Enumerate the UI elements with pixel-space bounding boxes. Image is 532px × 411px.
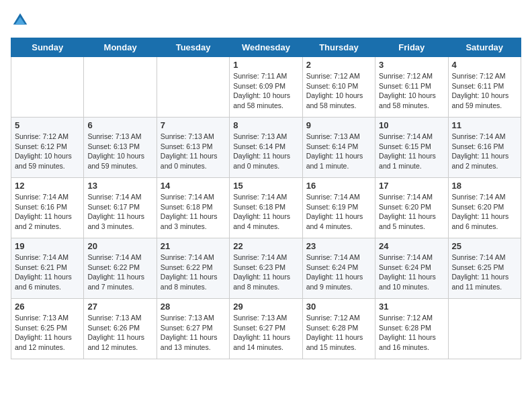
day-info: Sunrise: 7:14 AM Sunset: 6:20 PM Dayligh… xyxy=(452,192,517,232)
day-cell: 5Sunrise: 7:12 AM Sunset: 6:12 PM Daylig… xyxy=(11,118,84,178)
day-info: Sunrise: 7:14 AM Sunset: 6:21 PM Dayligh… xyxy=(15,253,80,292)
day-number: 4 xyxy=(452,60,517,70)
week-row-2: 12Sunrise: 7:14 AM Sunset: 6:16 PM Dayli… xyxy=(11,178,521,238)
day-info: Sunrise: 7:13 AM Sunset: 6:26 PM Dayligh… xyxy=(87,313,152,353)
day-cell: 23Sunrise: 7:14 AM Sunset: 6:24 PM Dayli… xyxy=(302,238,375,299)
day-info: Sunrise: 7:13 AM Sunset: 6:13 PM Dayligh… xyxy=(87,132,152,171)
day-cell: 19Sunrise: 7:14 AM Sunset: 6:21 PM Dayli… xyxy=(11,238,84,299)
day-number: 17 xyxy=(379,181,444,191)
page-header xyxy=(11,11,521,30)
day-cell: 1Sunrise: 7:11 AM Sunset: 6:09 PM Daylig… xyxy=(230,57,302,118)
day-info: Sunrise: 7:14 AM Sunset: 6:25 PM Dayligh… xyxy=(452,253,517,292)
week-row-1: 5Sunrise: 7:12 AM Sunset: 6:12 PM Daylig… xyxy=(11,118,521,178)
day-info: Sunrise: 7:13 AM Sunset: 6:27 PM Dayligh… xyxy=(233,313,298,353)
day-number: 19 xyxy=(15,241,80,251)
day-cell: 27Sunrise: 7:13 AM Sunset: 6:26 PM Dayli… xyxy=(84,299,157,359)
day-info: Sunrise: 7:12 AM Sunset: 6:28 PM Dayligh… xyxy=(306,313,371,353)
day-cell: 3Sunrise: 7:12 AM Sunset: 6:11 PM Daylig… xyxy=(375,57,448,118)
day-info: Sunrise: 7:12 AM Sunset: 6:28 PM Dayligh… xyxy=(379,313,444,353)
day-number: 20 xyxy=(87,241,152,251)
weekday-header-sunday: Sunday xyxy=(11,38,84,57)
day-number: 3 xyxy=(379,60,444,70)
day-cell: 22Sunrise: 7:14 AM Sunset: 6:23 PM Dayli… xyxy=(230,238,302,299)
day-cell: 13Sunrise: 7:14 AM Sunset: 6:17 PM Dayli… xyxy=(84,178,157,238)
day-cell: 8Sunrise: 7:13 AM Sunset: 6:14 PM Daylig… xyxy=(230,118,302,178)
day-info: Sunrise: 7:12 AM Sunset: 6:11 PM Dayligh… xyxy=(452,71,517,111)
day-info: Sunrise: 7:14 AM Sunset: 6:22 PM Dayligh… xyxy=(161,253,226,292)
day-cell: 10Sunrise: 7:14 AM Sunset: 6:15 PM Dayli… xyxy=(375,118,448,178)
day-info: Sunrise: 7:12 AM Sunset: 6:10 PM Dayligh… xyxy=(306,71,371,111)
day-number: 15 xyxy=(233,181,298,191)
day-info: Sunrise: 7:14 AM Sunset: 6:19 PM Dayligh… xyxy=(306,192,371,232)
day-info: Sunrise: 7:14 AM Sunset: 6:18 PM Dayligh… xyxy=(161,192,226,232)
weekday-header-monday: Monday xyxy=(84,38,157,57)
week-row-3: 19Sunrise: 7:14 AM Sunset: 6:21 PM Dayli… xyxy=(11,238,521,299)
day-info: Sunrise: 7:14 AM Sunset: 6:18 PM Dayligh… xyxy=(233,192,298,232)
day-number: 31 xyxy=(379,302,444,312)
day-cell xyxy=(11,57,84,118)
day-number: 30 xyxy=(306,302,371,312)
day-info: Sunrise: 7:14 AM Sunset: 6:24 PM Dayligh… xyxy=(379,253,444,292)
day-info: Sunrise: 7:13 AM Sunset: 6:13 PM Dayligh… xyxy=(161,132,226,171)
day-number: 11 xyxy=(452,120,517,130)
day-cell: 16Sunrise: 7:14 AM Sunset: 6:19 PM Dayli… xyxy=(302,178,375,238)
day-cell: 2Sunrise: 7:12 AM Sunset: 6:10 PM Daylig… xyxy=(302,57,375,118)
day-cell: 7Sunrise: 7:13 AM Sunset: 6:13 PM Daylig… xyxy=(157,118,229,178)
day-cell: 24Sunrise: 7:14 AM Sunset: 6:24 PM Dayli… xyxy=(375,238,448,299)
day-number: 26 xyxy=(15,302,80,312)
day-info: Sunrise: 7:13 AM Sunset: 6:27 PM Dayligh… xyxy=(161,313,226,353)
day-cell: 6Sunrise: 7:13 AM Sunset: 6:13 PM Daylig… xyxy=(84,118,157,178)
weekday-header-thursday: Thursday xyxy=(302,38,375,57)
day-cell: 21Sunrise: 7:14 AM Sunset: 6:22 PM Dayli… xyxy=(157,238,229,299)
day-cell: 25Sunrise: 7:14 AM Sunset: 6:25 PM Dayli… xyxy=(448,238,521,299)
weekday-header-wednesday: Wednesday xyxy=(230,38,302,57)
day-cell: 26Sunrise: 7:13 AM Sunset: 6:25 PM Dayli… xyxy=(11,299,84,359)
day-cell: 20Sunrise: 7:14 AM Sunset: 6:22 PM Dayli… xyxy=(84,238,157,299)
day-cell: 29Sunrise: 7:13 AM Sunset: 6:27 PM Dayli… xyxy=(230,299,302,359)
day-info: Sunrise: 7:14 AM Sunset: 6:23 PM Dayligh… xyxy=(233,253,298,292)
day-info: Sunrise: 7:14 AM Sunset: 6:15 PM Dayligh… xyxy=(379,132,444,171)
day-cell: 15Sunrise: 7:14 AM Sunset: 6:18 PM Dayli… xyxy=(230,178,302,238)
calendar-table: SundayMondayTuesdayWednesdayThursdayFrid… xyxy=(11,38,521,359)
day-number: 27 xyxy=(87,302,152,312)
day-cell: 17Sunrise: 7:14 AM Sunset: 6:20 PM Dayli… xyxy=(375,178,448,238)
day-cell: 28Sunrise: 7:13 AM Sunset: 6:27 PM Dayli… xyxy=(157,299,229,359)
day-info: Sunrise: 7:14 AM Sunset: 6:24 PM Dayligh… xyxy=(306,253,371,292)
day-number: 7 xyxy=(161,120,226,130)
day-number: 10 xyxy=(379,120,444,130)
weekday-header-row: SundayMondayTuesdayWednesdayThursdayFrid… xyxy=(11,38,521,57)
week-row-0: 1Sunrise: 7:11 AM Sunset: 6:09 PM Daylig… xyxy=(11,57,521,118)
day-number: 6 xyxy=(87,120,152,130)
day-number: 1 xyxy=(233,60,298,70)
logo xyxy=(11,11,32,30)
day-cell xyxy=(84,57,157,118)
week-row-4: 26Sunrise: 7:13 AM Sunset: 6:25 PM Dayli… xyxy=(11,299,521,359)
day-number: 5 xyxy=(15,120,80,130)
day-number: 13 xyxy=(87,181,152,191)
day-cell: 9Sunrise: 7:13 AM Sunset: 6:14 PM Daylig… xyxy=(302,118,375,178)
day-info: Sunrise: 7:13 AM Sunset: 6:14 PM Dayligh… xyxy=(306,132,371,171)
day-info: Sunrise: 7:11 AM Sunset: 6:09 PM Dayligh… xyxy=(233,71,298,111)
weekday-header-tuesday: Tuesday xyxy=(157,38,229,57)
day-number: 8 xyxy=(233,120,298,130)
day-number: 18 xyxy=(452,181,517,191)
day-cell: 18Sunrise: 7:14 AM Sunset: 6:20 PM Dayli… xyxy=(448,178,521,238)
day-number: 29 xyxy=(233,302,298,312)
day-cell: 14Sunrise: 7:14 AM Sunset: 6:18 PM Dayli… xyxy=(157,178,229,238)
day-info: Sunrise: 7:14 AM Sunset: 6:16 PM Dayligh… xyxy=(452,132,517,171)
logo-icon xyxy=(11,11,30,30)
day-number: 9 xyxy=(306,120,371,130)
day-number: 24 xyxy=(379,241,444,251)
day-cell: 12Sunrise: 7:14 AM Sunset: 6:16 PM Dayli… xyxy=(11,178,84,238)
weekday-header-saturday: Saturday xyxy=(448,38,521,57)
day-info: Sunrise: 7:14 AM Sunset: 6:22 PM Dayligh… xyxy=(87,253,152,292)
day-info: Sunrise: 7:12 AM Sunset: 6:11 PM Dayligh… xyxy=(379,71,444,111)
day-cell xyxy=(157,57,229,118)
day-number: 23 xyxy=(306,241,371,251)
day-number: 22 xyxy=(233,241,298,251)
day-info: Sunrise: 7:14 AM Sunset: 6:17 PM Dayligh… xyxy=(87,192,152,232)
day-cell xyxy=(448,299,521,359)
day-info: Sunrise: 7:14 AM Sunset: 6:20 PM Dayligh… xyxy=(379,192,444,232)
day-number: 21 xyxy=(161,241,226,251)
day-number: 2 xyxy=(306,60,371,70)
